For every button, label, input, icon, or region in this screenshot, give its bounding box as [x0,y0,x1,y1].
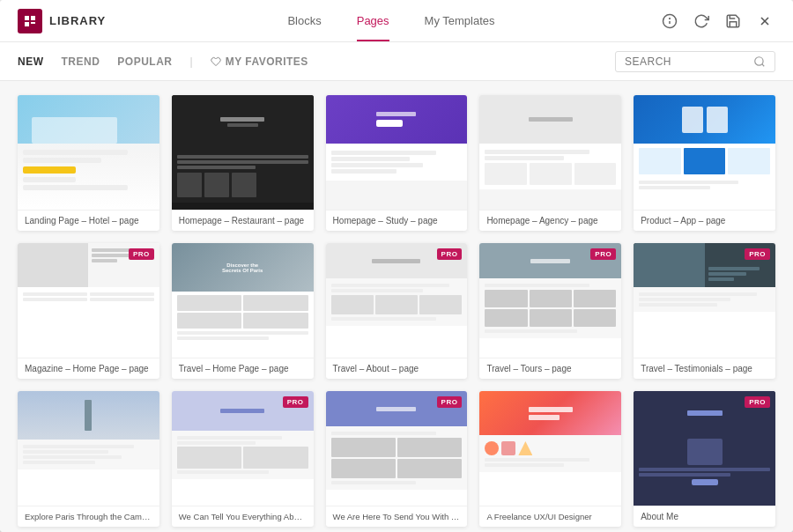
template-card-6[interactable]: PRO [18,243,159,379]
template-card-8[interactable]: PRO Travel – Abo [326,243,468,379]
card-thumb-9: PRO [479,243,621,358]
card-label-8: Travel – About – page [326,358,468,379]
filter-popular[interactable]: POPULAR [117,55,172,68]
pro-badge-6: PRO [129,248,154,260]
tab-my-templates[interactable]: My Templates [425,0,495,41]
close-button[interactable] [754,11,775,32]
card-label-3: Homepage – Study – page [326,210,468,231]
template-card-1[interactable]: Landing Page – Hotel – page [18,95,159,231]
header-actions [659,11,775,32]
filter-trend[interactable]: TREND [62,55,100,68]
filter-separator: | [190,55,193,68]
card-thumb-13: PRO [326,391,468,506]
card-thumb-4 [479,95,621,210]
svg-rect-0 [25,16,29,20]
template-card-5[interactable]: Product – App – page [634,95,775,231]
card-thumb-6: PRO [18,243,159,358]
filter-tabs: NEW TREND POPULAR | MY FAVORITES [18,55,615,68]
card-label-12: We Can Tell You Everything About Paris [172,506,314,527]
card-label-1: Landing Page – Hotel – page [18,210,159,231]
card-label-10: Travel – Testimonials – page [634,358,775,379]
card-thumb-10: PRO [634,243,775,358]
library-modal: LIBRARY Blocks Pages My Templates [0,0,793,532]
template-grid: Landing Page – Hotel – page [18,95,775,527]
update-button[interactable] [691,11,712,32]
filter-new[interactable]: NEW [18,55,44,68]
template-card-2[interactable]: Homepage – Restaurant – page [172,95,314,231]
card-thumb-5 [634,95,775,210]
svg-point-9 [755,56,763,64]
card-label-5: Product – App – page [634,210,775,231]
template-card-13[interactable]: PRO We Are Her [326,391,468,527]
card-thumb-8: PRO [326,243,468,358]
card-thumb-3 [326,95,468,210]
logo-icon [18,9,42,33]
card-thumb-7: PRO Discover theSecrets Of Paris [172,243,314,358]
card-label-13: We Are Here To Send You With Your Trip [326,506,468,527]
nav-tabs: Blocks Pages My Templates [123,0,659,41]
template-card-14[interactable]: PRO [479,391,621,527]
template-card-3[interactable]: Homepage – Study – page [326,95,468,231]
pro-badge-8: PRO [437,248,463,260]
svg-rect-3 [31,22,35,24]
filter-favorites[interactable]: MY FAVORITES [211,55,308,68]
card-thumb-15: PRO [634,391,775,506]
favorites-label: MY FAVORITES [226,55,308,68]
search-input[interactable] [625,55,748,68]
card-label-11: Explore Paris Through the Camerea's Eyes [18,506,159,527]
template-grid-container[interactable]: Landing Page – Hotel – page [0,81,793,532]
tab-pages[interactable]: Pages [357,0,389,41]
pro-badge-9: PRO [590,248,616,260]
card-label-6: Magazine – Home Page – page [18,358,159,379]
card-label-9: Travel – Tours – page [479,358,621,379]
info-button[interactable] [659,11,680,32]
card-thumb-14: PRO [479,391,621,506]
logo-text: LIBRARY [49,14,106,27]
pro-badge-12: PRO [283,396,308,408]
card-thumb-2 [172,95,314,210]
template-card-10[interactable]: PRO Travel – Tes [634,243,775,379]
pro-badge-13: PRO [437,396,463,408]
template-card-4[interactable]: Homepage – Agency – page [479,95,621,231]
card-label-4: Homepage – Agency – page [479,210,621,231]
card-label-15: About Me [634,506,775,527]
search-box[interactable] [615,51,775,72]
modal-header: LIBRARY Blocks Pages My Templates [0,0,793,42]
card-thumb-11: PRO [18,391,159,506]
svg-rect-1 [31,16,35,20]
card-thumb-1 [18,95,159,210]
filter-bar: NEW TREND POPULAR | MY FAVORITES [0,42,793,81]
svg-line-10 [762,63,765,66]
card-thumb-12: PRO [172,391,314,506]
card-label-14: A Freelance UX/UI Designer [479,506,621,527]
pro-badge-10: PRO [745,248,770,260]
template-card-12[interactable]: PRO We Can Tell You Everything [172,391,314,527]
search-icon [753,55,766,68]
template-card-9[interactable]: PRO [479,243,621,379]
save-button[interactable] [723,11,744,32]
card-label-2: Homepage – Restaurant – page [172,210,314,231]
logo-area: LIBRARY [18,9,123,33]
svg-rect-2 [25,22,29,26]
template-card-15[interactable]: PRO About Me [634,391,775,527]
tab-blocks[interactable]: Blocks [287,0,321,41]
card-label-7: Travel – Home Page – page [172,358,314,379]
template-card-7[interactable]: PRO Discover theSecrets Of Paris [172,243,314,379]
template-card-11[interactable]: PRO Explore Paris Through the Camerea's … [18,391,159,527]
pro-badge-15: PRO [745,396,770,408]
